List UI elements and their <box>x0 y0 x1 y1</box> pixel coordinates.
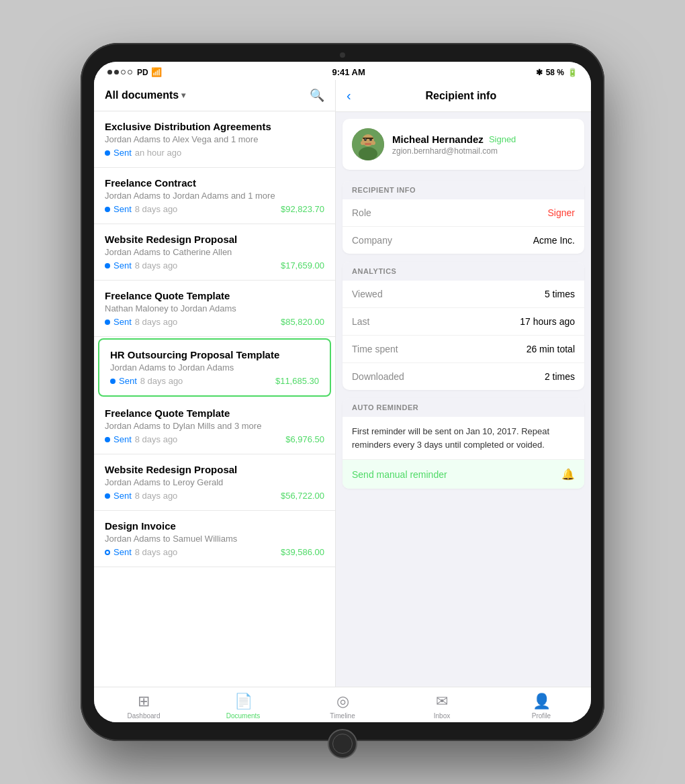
role-row: Role Signer <box>342 199 584 227</box>
bluetooth-icon: ✱ <box>536 68 543 77</box>
company-value: Acme Inc. <box>533 235 575 246</box>
search-icon[interactable]: 🔍 <box>310 88 324 103</box>
status-indicator-2 <box>105 207 110 212</box>
profile-label: Profile <box>532 712 551 720</box>
home-button[interactable] <box>328 729 357 758</box>
recipient-info: Micheal Hernandez Signed zgion.bernhard@… <box>392 134 575 156</box>
recipient-info-section: RECIPIENT INFO Role Signer Company Acme … <box>342 181 584 254</box>
doc-title-7: Website Redesign Proposal <box>105 464 324 475</box>
left-header: All documents ▾ 🔍 <box>94 80 335 111</box>
auto-reminder-body: First reminder will be sent on Jan 10, 2… <box>342 417 584 460</box>
amount-6: $6,976.50 <box>285 434 324 444</box>
doc-status-6: Sent 8 days ago <box>105 434 177 444</box>
doc-footer-1: Sent an hour ago <box>105 148 324 158</box>
tab-bar: ⊞ Dashboard 📄 Documents ◎ Timeline ✉ Inb… <box>94 687 591 722</box>
signed-badge: Signed <box>489 134 516 144</box>
doc-item-4[interactable]: Freelance Quote Template Nathan Maloney … <box>94 281 335 337</box>
all-documents-dropdown[interactable]: All documents ▾ <box>105 89 185 101</box>
svg-rect-5 <box>365 143 371 145</box>
doc-subtitle-7: Jordan Adams to Leroy Gerald <box>105 477 324 487</box>
avatar <box>352 128 384 160</box>
inbox-label: Inbox <box>434 712 450 720</box>
downloaded-label: Downloaded <box>352 371 404 382</box>
documents-label: Documents <box>226 712 261 720</box>
sent-label-5: Sent <box>119 376 137 386</box>
auto-reminder-header: AUTO REMINDER <box>342 398 584 417</box>
doc-item-6[interactable]: Freelance Quote Template Jordan Adams to… <box>94 398 335 454</box>
amount-3: $17,659.00 <box>281 260 324 271</box>
recipient-name-row: Micheal Hernandez Signed <box>392 134 575 145</box>
doc-subtitle-4: Nathan Maloney to Jordan Adams <box>105 303 324 313</box>
tab-inbox[interactable]: ✉ Inbox <box>392 693 492 720</box>
recipient-card: Micheal Hernandez Signed zgion.bernhard@… <box>342 119 584 170</box>
amount-2: $92,823.70 <box>281 204 324 214</box>
tab-profile[interactable]: 👤 Profile <box>492 693 591 720</box>
company-label: Company <box>352 235 392 246</box>
last-row: Last 17 hours ago <box>342 308 584 336</box>
doc-title-4: Freelance Quote Template <box>105 290 324 301</box>
send-reminder-row[interactable]: Send manual reminder 🔔 <box>342 460 584 489</box>
device-frame: PD 📶 9:41 AM ✱ 58 % 🔋 All documents ▾ 🔍 <box>81 43 604 741</box>
doc-title-5: HR Outsourcing Proposal Template <box>110 349 319 360</box>
tab-documents[interactable]: 📄 Documents <box>193 693 293 720</box>
doc-item-7[interactable]: Website Redesign Proposal Jordan Adams t… <box>94 454 335 511</box>
chevron-down-icon: ▾ <box>181 91 185 100</box>
left-panel: All documents ▾ 🔍 Exclusive Distribution… <box>94 80 336 687</box>
doc-subtitle-8: Jordan Adams to Samuel Williams <box>105 534 324 544</box>
doc-title-3: Website Redesign Proposal <box>105 234 324 245</box>
doc-status-7: Sent 8 days ago <box>105 491 177 501</box>
doc-footer-6: Sent 8 days ago $6,976.50 <box>105 434 324 444</box>
downloaded-value: 2 times <box>545 371 575 382</box>
recipient-email: zgion.bernhard@hotmail.com <box>392 146 575 156</box>
amount-7: $56,722.00 <box>281 491 324 501</box>
status-left: PD 📶 <box>107 67 162 77</box>
doc-item-2[interactable]: Freelance Contract Jordan Adams to Jorda… <box>94 168 335 224</box>
back-button[interactable]: ‹ <box>347 88 351 103</box>
inbox-icon: ✉ <box>436 693 448 710</box>
time-label-2: 8 days ago <box>135 204 178 214</box>
sent-label-2: Sent <box>113 204 132 214</box>
timeline-label: Timeline <box>330 712 355 720</box>
app-content: All documents ▾ 🔍 Exclusive Distribution… <box>94 80 591 687</box>
doc-footer-4: Sent 8 days ago $85,820.00 <box>105 317 324 327</box>
status-indicator-8 <box>105 550 110 555</box>
right-panel: ‹ Recipient info <box>336 80 591 687</box>
time-label-3: 8 days ago <box>135 260 178 271</box>
doc-subtitle-5: Jordan Adams to Jordan Adams <box>110 362 319 373</box>
doc-title-6: Freelance Quote Template <box>105 407 324 419</box>
time-label-5: 8 days ago <box>140 376 183 386</box>
doc-item-8[interactable]: Design Invoice Jordan Adams to Samuel Wi… <box>94 511 335 567</box>
doc-item-1[interactable]: Exclusive Distribution Agreements Jordan… <box>94 111 335 168</box>
doc-title-2: Freelance Contract <box>105 177 324 189</box>
time-label-1: an hour ago <box>135 148 181 158</box>
doc-item-3[interactable]: Website Redesign Proposal Jordan Adams t… <box>94 224 335 281</box>
time-spent-label: Time spent <box>352 344 398 354</box>
doc-footer-3: Sent 8 days ago $17,659.00 <box>105 260 324 271</box>
signal-dots <box>107 70 132 75</box>
time-label-7: 8 days ago <box>135 491 178 501</box>
doc-item-5[interactable]: HR Outsourcing Proposal Template Jordan … <box>98 338 331 397</box>
sent-label-6: Sent <box>113 434 132 444</box>
doc-subtitle-3: Jordan Adams to Catherine Allen <box>105 247 324 257</box>
doc-status-4: Sent 8 days ago <box>105 317 177 327</box>
device-screen: PD 📶 9:41 AM ✱ 58 % 🔋 All documents ▾ 🔍 <box>94 62 591 722</box>
recipient-info-title: Recipient info <box>358 90 564 102</box>
downloaded-row: Downloaded 2 times <box>342 363 584 390</box>
role-value: Signer <box>548 207 575 218</box>
tab-dashboard[interactable]: ⊞ Dashboard <box>94 693 193 720</box>
doc-status-1: Sent an hour ago <box>105 148 181 158</box>
status-indicator-4 <box>105 320 110 325</box>
dashboard-label: Dashboard <box>128 712 161 720</box>
doc-subtitle-2: Jordan Adams to Jordan Adams and 1 more <box>105 191 324 201</box>
doc-subtitle-1: Jordan Adams to Alex Vega and 1 more <box>105 134 324 144</box>
svg-point-8 <box>371 141 375 145</box>
last-value: 17 hours ago <box>520 316 575 327</box>
status-time: 9:41 AM <box>332 67 365 77</box>
doc-status-3: Sent 8 days ago <box>105 260 177 271</box>
amount-4: $85,820.00 <box>281 317 324 327</box>
doc-title-1: Exclusive Distribution Agreements <box>105 121 324 132</box>
documents-icon: 📄 <box>234 693 253 710</box>
battery-icon: 🔋 <box>567 68 578 77</box>
tab-timeline[interactable]: ◎ Timeline <box>293 693 392 720</box>
doc-status-8: Sent 8 days ago <box>105 547 177 557</box>
